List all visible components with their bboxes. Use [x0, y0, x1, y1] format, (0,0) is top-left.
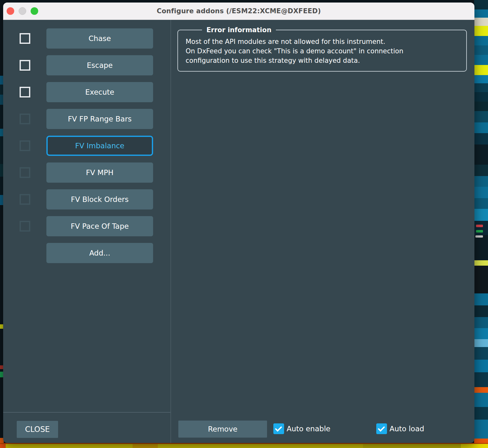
addon-checkbox-execute[interactable] [20, 87, 30, 97]
close-traffic-light-icon[interactable] [7, 7, 14, 15]
addon-row-chase: Chase [3, 28, 170, 49]
addon-button-fv-fp-range-bars[interactable]: FV FP Range Bars [46, 109, 153, 129]
add-addon-button[interactable]: Add... [46, 243, 153, 263]
window-title: Configure addons (/ESM22:XCME@DXFEED) [157, 7, 321, 15]
addon-button-escape[interactable]: Escape [46, 55, 153, 75]
addon-button-fv-pace-of-tape[interactable]: FV Pace Of Tape [46, 216, 153, 236]
left-pane-spacer [3, 270, 170, 412]
minimize-traffic-light-icon[interactable] [19, 7, 26, 15]
auto-load-label: Auto load [390, 423, 424, 434]
addon-button-chase[interactable]: Chase [46, 28, 153, 49]
check-icon [378, 425, 385, 432]
addon-row-execute: Execute [3, 82, 170, 102]
addon-checkbox-fv-pace-of-tape [20, 221, 30, 232]
background-stripe-bottom [0, 443, 488, 448]
configure-addons-dialog: Configure addons (/ESM22:XCME@DXFEED) Ch… [3, 3, 474, 443]
error-info-text: Most of the API modules are not allowed … [186, 35, 460, 65]
addon-row-fv-imbalance: FV Imbalance [3, 136, 170, 156]
titlebar: Configure addons (/ESM22:XCME@DXFEED) [3, 3, 474, 20]
addon-checkbox-fv-fp-range-bars [20, 114, 30, 124]
auto-enable-checkbox[interactable] [273, 423, 284, 434]
auto-load-checkbox[interactable] [376, 423, 387, 434]
check-icon [275, 425, 282, 432]
maximize-traffic-light-icon[interactable] [31, 7, 38, 15]
background-gray-dash [475, 235, 483, 238]
background-stripe-right [474, 0, 488, 448]
addon-checkbox-escape[interactable] [20, 60, 30, 71]
addon-list: Chase Escape Execute FV FP Range Bars FV [3, 20, 170, 270]
remove-button[interactable]: Remove [178, 421, 267, 438]
addon-checkbox-chase[interactable] [20, 33, 30, 44]
addon-row-escape: Escape [3, 55, 170, 75]
addon-checkbox-fv-block-orders [20, 194, 30, 205]
addon-row-fv-mph: FV MPH [3, 162, 170, 183]
addon-button-fv-mph[interactable]: FV MPH [46, 162, 153, 183]
addon-list-pane: Chase Escape Execute FV FP Range Bars FV [3, 20, 171, 443]
right-pane-footer: Remove Auto enable Auto load [171, 412, 474, 443]
dialog-content: Chase Escape Execute FV FP Range Bars FV [3, 20, 474, 443]
addon-button-execute[interactable]: Execute [46, 82, 153, 102]
addon-button-fv-imbalance[interactable]: FV Imbalance [46, 136, 153, 156]
addon-row-fv-block-orders: FV Block Orders [3, 189, 170, 209]
addon-detail-pane: Error information Most of the API module… [171, 20, 474, 443]
background-green-dash [476, 230, 483, 233]
background-red-dash [476, 225, 483, 227]
addon-button-fv-block-orders[interactable]: FV Block Orders [46, 189, 153, 209]
addon-checkbox-fv-mph [20, 167, 30, 178]
addon-row-add: Add... [3, 243, 170, 263]
close-button[interactable]: CLOSE [17, 421, 58, 438]
addon-row-fv-pace-of-tape: FV Pace Of Tape [3, 216, 170, 236]
addon-checkbox-fv-imbalance [20, 140, 30, 151]
traffic-lights [7, 3, 38, 20]
addon-row-fv-fp-range-bars: FV FP Range Bars [3, 109, 170, 129]
left-pane-footer: CLOSE [3, 412, 170, 443]
auto-enable-label: Auto enable [287, 423, 330, 434]
error-info-panel: Error information Most of the API module… [177, 26, 467, 72]
error-info-title: Error information [202, 26, 276, 34]
